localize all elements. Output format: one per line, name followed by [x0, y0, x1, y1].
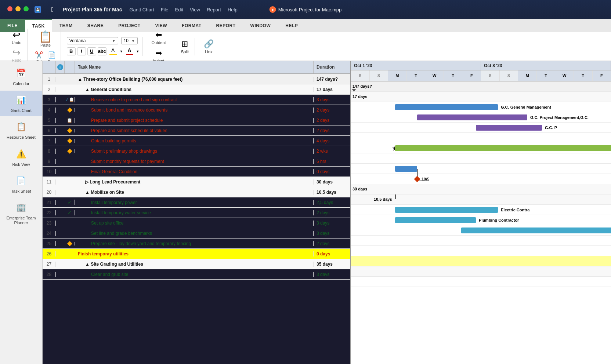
italic-button[interactable]: I [77, 47, 86, 55]
table-row[interactable]: 2 ▲ General Conditions 17 days [43, 84, 350, 95]
table-row[interactable]: 28 Clear and grub site 3 days [43, 269, 350, 280]
font-name-dropdown[interactable]: Verdana ▼ [67, 37, 118, 44]
table-row[interactable]: 24 Set line and grade benchmarks 3 days [43, 228, 350, 239]
strikethrough-button[interactable]: abc [98, 47, 106, 55]
highlight-dropdown-icon[interactable]: ▼ [120, 50, 123, 53]
table-row[interactable]: 10 Final General Condition 0 days [43, 167, 350, 177]
row-num: 10 [43, 169, 56, 174]
tab-help[interactable]: HELP [278, 19, 305, 32]
gantt-bar-label-1: G.C. General Management [501, 105, 551, 109]
row-duration: 35 days [314, 262, 350, 267]
day-t1: T [407, 70, 426, 81]
row-name: Clear and grub site [75, 272, 314, 277]
minimize-button[interactable] [15, 6, 21, 11]
format-btn-row: B I U abc A ▼ A ▼ [67, 47, 140, 56]
font-color-dropdown-icon[interactable]: ▼ [136, 50, 140, 53]
table-row[interactable]: 21 ✓ Install temporary power 2,5 days [43, 197, 350, 208]
table-row[interactable]: 5 📋 Prepare and submit project schedule … [43, 115, 350, 125]
row-name: Submit preliminary shop drawings [75, 149, 314, 154]
row-num: 24 [43, 231, 56, 236]
table-row[interactable]: 6 Prepare and submit schedule of values … [43, 125, 350, 136]
split-button[interactable]: ⊞ Split [178, 38, 192, 55]
font-color-button[interactable]: A [124, 47, 135, 56]
menu-ganttchart[interactable]: Gantt Chart [129, 7, 154, 12]
menu-file[interactable]: File [161, 7, 169, 12]
menu-view[interactable]: View [190, 7, 200, 12]
bold-button[interactable]: B [67, 47, 76, 55]
close-button[interactable] [7, 6, 12, 11]
note-icon: 📋 [69, 97, 74, 102]
week-label-1: Oct 1 '23 [351, 61, 481, 70]
save-button[interactable]: 💾 [35, 6, 41, 13]
paste-label: Paste [40, 43, 51, 47]
row-name: Prepare and submit schedule of values [75, 128, 314, 133]
paste-button[interactable]: 📋 Paste [36, 29, 55, 49]
row-icon [65, 149, 75, 153]
row-name: Submit bond and insurance documents [75, 108, 314, 113]
font-dropdown-arrow-icon: ▼ [112, 39, 116, 43]
sidebar-item-calendar[interactable]: 📅 Calendar [0, 64, 42, 89]
indent-icon: ➡ [155, 48, 162, 58]
gantt-bar-cyan-2 [395, 217, 476, 223]
table-row[interactable]: 26 Finish temporay utilities 0 days [43, 249, 350, 259]
gantt-bar-purple-2 [476, 125, 542, 131]
sidebar-item-gantt[interactable]: 📊 Gantt Chart [0, 91, 42, 116]
table-row[interactable]: 9 Submit monthly requests for payment 6 … [43, 156, 350, 167]
resource-icon: 📋 [14, 120, 29, 134]
row-name: Install temporary power [75, 200, 314, 205]
menu-help[interactable]: Help [228, 7, 238, 12]
gantt-row-27 [351, 266, 611, 277]
sidebar-item-tasksheet[interactable]: 📄 Task Sheet [0, 171, 42, 197]
task-table[interactable]: i Task Name Duration 1 ▲ Three-story Off… [43, 61, 351, 364]
font-color-icon: A [128, 47, 131, 53]
sidebar-label-resource: Resource Sheet [7, 135, 36, 140]
row-name: Finish temporay utilities [75, 251, 314, 256]
sidebar-item-risk[interactable]: ⚠️ Risk View [0, 145, 42, 170]
highlight-color-button[interactable]: A [108, 47, 118, 56]
app-icon: ● [270, 6, 276, 13]
table-header: i Task Name Duration [43, 61, 350, 74]
link-button[interactable]: 🔗 Link [201, 38, 217, 55]
table-row[interactable]: 8 Submit preliminary shop drawings 2 wks [43, 146, 350, 156]
diamond5-icon [67, 241, 72, 246]
redo-button[interactable]: ↪ Redo [9, 46, 24, 64]
tab-format[interactable]: FORMAT [174, 19, 209, 32]
table-row[interactable]: 7 Obtain building permits 4 days [43, 136, 350, 146]
info-icon: i [57, 64, 63, 70]
gantt-chart[interactable]: Oct 1 '23 Oct 8 '23 S S M T W T F S S [351, 61, 611, 364]
row-duration: 2 days [314, 128, 350, 133]
menu-edit[interactable]: Edit [175, 7, 183, 12]
day-s1: S [351, 70, 370, 81]
sidebar-item-resource[interactable]: 📋 Resource Sheet [0, 117, 42, 143]
undo-button[interactable]: ↩ Undo [9, 29, 24, 46]
underline-button[interactable]: U [87, 47, 96, 55]
font-size-input[interactable]: 10 ▼ [121, 37, 138, 44]
table-row[interactable]: 1 ▲ Three-story Office Building (76,000 … [43, 74, 350, 84]
outdent-button[interactable]: ⬅ Outdent [149, 29, 169, 46]
table-row[interactable]: 11 ▷ Long Lead Procurement 30 days [43, 177, 350, 187]
tab-report[interactable]: REPORT [209, 19, 243, 32]
gantt-duration-1: 147 days? [352, 84, 372, 88]
row-name: Receive notice to proceed and sign contr… [75, 97, 314, 102]
table-row[interactable]: 27 ▲ Site Grading and Utilities 35 days [43, 259, 350, 269]
table-row[interactable]: 4 Submit bond and insurance documents 2 … [43, 105, 350, 115]
table-row[interactable]: 20 ▲ Mobilize on Site 10,5 days [43, 187, 350, 197]
menu-report[interactable]: Report [207, 7, 221, 12]
table-row[interactable]: 3 ✓ 📋 Receive notice to proceed and sign… [43, 95, 350, 105]
row-duration: 30 days [314, 179, 350, 185]
gantt-duration-20: 10,5 days [374, 197, 392, 201]
row-num: 6 [43, 128, 56, 133]
tab-project[interactable]: PROJECT [111, 19, 148, 32]
tab-window[interactable]: WINDOW [243, 19, 278, 32]
tab-share[interactable]: SHARE [80, 19, 111, 32]
day-s2: S [370, 70, 388, 81]
table-row[interactable]: 23 Set up site office 3 days [43, 218, 350, 228]
undo-icon: ↩ [12, 30, 21, 40]
sidebar-item-enterprise[interactable]: 🏢 Enterprise Team Planner [0, 198, 42, 228]
table-row[interactable]: 22 ✓ Install temporary water service 2 d… [43, 208, 350, 218]
row-duration: 3 days [314, 221, 350, 226]
row-name: ▲ Mobilize on Site [75, 190, 314, 195]
gantt-row-10: 10/5 [351, 174, 611, 184]
table-row[interactable]: 25 Prepare site - lay down yard and temp… [43, 239, 350, 249]
maximize-button[interactable] [24, 6, 29, 11]
